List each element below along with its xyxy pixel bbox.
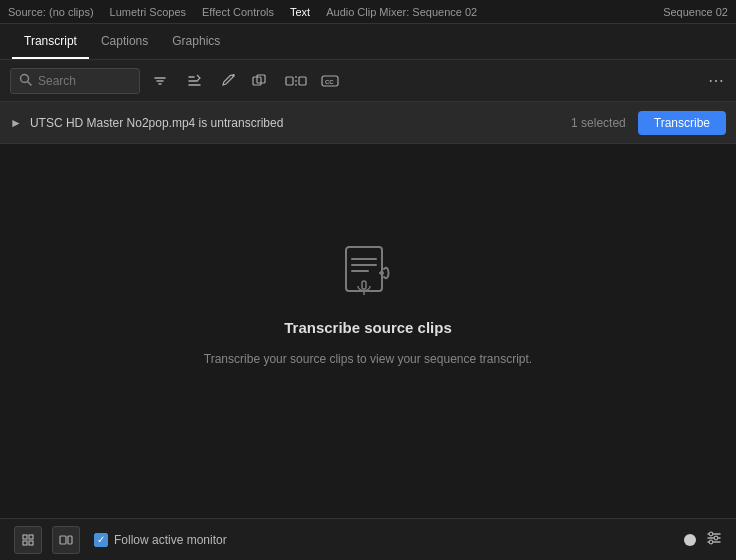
svg-point-32 <box>709 540 713 544</box>
bottom-icon-right[interactable] <box>52 526 80 554</box>
svg-rect-11 <box>299 77 306 85</box>
filter-icon[interactable] <box>146 68 174 94</box>
nav-audio-mixer[interactable]: Audio Clip Mixer: Sequence 02 <box>326 6 477 18</box>
svg-rect-21 <box>23 535 27 539</box>
more-options-button[interactable]: ⋯ <box>708 71 726 90</box>
follow-monitor-wrap: ✓ Follow active monitor <box>94 533 227 547</box>
caption-icon[interactable]: CC <box>316 68 344 94</box>
toolbar: CC ⋯ <box>0 60 736 102</box>
nav-effect-controls[interactable]: Effect Controls <box>202 6 274 18</box>
nav-lumetri[interactable]: Lumetri Scopes <box>110 6 186 18</box>
top-nav: Source: (no clips) Lumetri Scopes Effect… <box>0 0 736 24</box>
search-box[interactable] <box>10 68 140 94</box>
bottom-bar: ✓ Follow active monitor <box>0 518 736 560</box>
follow-monitor-label: Follow active monitor <box>114 533 227 547</box>
svg-rect-19 <box>362 281 366 289</box>
sort-icon[interactable] <box>180 68 208 94</box>
tabs-row: Transcript Captions Graphics <box>0 24 736 60</box>
svg-rect-25 <box>60 536 66 544</box>
svg-point-30 <box>709 532 713 536</box>
search-input[interactable] <box>38 74 118 88</box>
merge-clips-icon[interactable] <box>248 68 276 94</box>
bottom-icon-left[interactable] <box>14 526 42 554</box>
search-icon <box>19 73 32 89</box>
svg-rect-22 <box>29 535 33 539</box>
main-subtitle: Transcribe your source clips to view you… <box>204 352 532 366</box>
main-content: Transcribe source clips Transcribe your … <box>0 144 736 464</box>
clip-expand-arrow[interactable]: ► <box>10 116 22 130</box>
tab-captions[interactable]: Captions <box>89 24 160 59</box>
nav-text[interactable]: Text <box>290 6 310 18</box>
tab-transcript[interactable]: Transcript <box>12 24 89 59</box>
follow-monitor-checkbox[interactable]: ✓ <box>94 533 108 547</box>
edit-icon[interactable] <box>214 68 242 94</box>
svg-rect-24 <box>29 541 33 545</box>
sequence-label: Sequence 02 <box>663 6 728 18</box>
clip-name: UTSC HD Master No2pop.mp4 is untranscrib… <box>30 116 571 130</box>
main-title: Transcribe source clips <box>284 319 452 336</box>
svg-text:CC: CC <box>325 79 334 85</box>
svg-rect-26 <box>68 536 72 544</box>
svg-rect-15 <box>346 247 382 291</box>
playhead-dot[interactable] <box>684 534 696 546</box>
svg-rect-10 <box>286 77 293 85</box>
tab-graphics[interactable]: Graphics <box>160 24 232 59</box>
nav-source[interactable]: Source: (no clips) <box>8 6 94 18</box>
svg-line-1 <box>28 81 32 85</box>
svg-point-31 <box>714 536 718 540</box>
transcribe-illustration <box>338 243 398 303</box>
split-clips-icon[interactable] <box>282 68 310 94</box>
clip-row: ► UTSC HD Master No2pop.mp4 is untranscr… <box>0 102 736 144</box>
clip-selected-count: 1 selected <box>571 116 626 130</box>
settings-icon[interactable] <box>706 530 722 549</box>
svg-rect-23 <box>23 541 27 545</box>
transcribe-button[interactable]: Transcribe <box>638 111 726 135</box>
